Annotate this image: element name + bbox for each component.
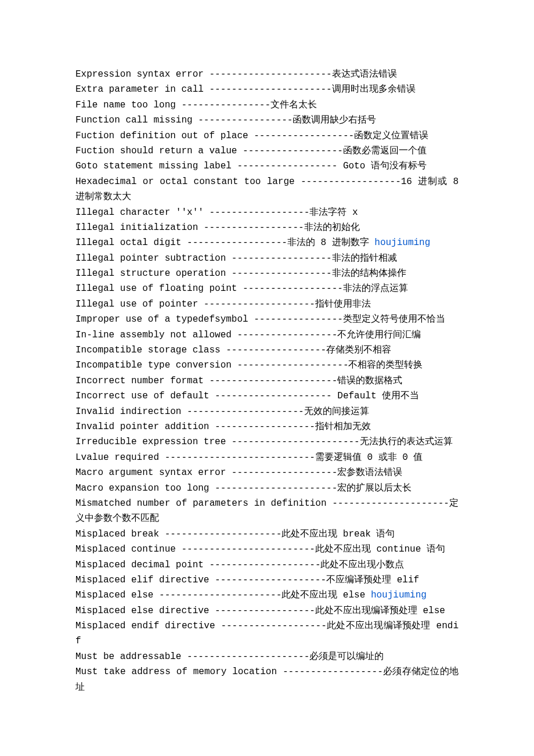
error-chinese: 此处不应出现 else bbox=[282, 590, 371, 600]
separator-dashes: ---------------------- bbox=[209, 483, 337, 494]
error-line: Improper use of a typedefsymbol --------… bbox=[75, 312, 459, 327]
error-line: Must take address of memory location ---… bbox=[75, 664, 459, 695]
error-english: Illegal initialization bbox=[75, 222, 198, 233]
separator-dashes: ------------------ bbox=[248, 131, 354, 141]
error-english: Extra parameter in call bbox=[75, 84, 204, 95]
separator-dashes: --------------------------- bbox=[159, 452, 315, 463]
error-line: Goto statement missing label -----------… bbox=[75, 159, 459, 174]
separator-dashes: ---------------- bbox=[176, 100, 270, 110]
error-english: Macro expansion too long bbox=[75, 483, 209, 494]
error-english: In-line assembly not allowed bbox=[75, 330, 232, 340]
separator-dashes: ------------------ bbox=[226, 253, 331, 264]
error-line: Expression syntax error ----------------… bbox=[75, 67, 459, 82]
error-english: Illegal use of floating point bbox=[75, 283, 237, 294]
text-content: Expression syntax error ----------------… bbox=[75, 67, 459, 695]
error-line: Macro expansion too long ---------------… bbox=[75, 481, 459, 496]
error-chinese: 非法的初始化 bbox=[304, 222, 360, 233]
error-line: Misplaced break ---------------------此处不… bbox=[75, 527, 459, 542]
separator-dashes: ------------------- bbox=[215, 621, 327, 631]
error-chinese: 非法的指针相减 bbox=[332, 253, 397, 264]
error-english: Incorrect use of default bbox=[75, 391, 209, 401]
error-english: Macro argument syntax error bbox=[75, 467, 226, 478]
error-chinese: Goto 语句没有标号 bbox=[343, 161, 427, 171]
separator-dashes: ----------------------- bbox=[204, 376, 337, 386]
error-english: Function call missing bbox=[75, 115, 193, 125]
separator-dashes: ----------------------- bbox=[226, 437, 359, 447]
error-english: Hexadecimal or octal constant too large bbox=[75, 177, 295, 187]
separator-dashes: ------------------------ bbox=[176, 544, 315, 555]
error-english: Illegal pointer subtraction bbox=[75, 253, 226, 264]
error-line: Fuction definition out of place --------… bbox=[75, 128, 459, 143]
error-english: Illegal octal digit bbox=[75, 237, 181, 248]
error-english: Must be addressable bbox=[75, 651, 181, 662]
error-line: Invalid indirection --------------------… bbox=[75, 404, 459, 419]
error-english: Misplaced continue bbox=[75, 544, 176, 555]
error-line: Macro argument syntax error ------------… bbox=[75, 465, 459, 480]
error-chinese: 非法字符 x bbox=[309, 207, 358, 218]
error-chinese: 类型定义符号使用不恰当 bbox=[343, 314, 445, 325]
error-line: File name too long ----------------文件名太长 bbox=[75, 98, 459, 113]
error-line: Lvalue required ------------------------… bbox=[75, 450, 459, 465]
separator-dashes: ------------------ bbox=[181, 237, 287, 248]
error-line: Illegal use of floating point ----------… bbox=[75, 281, 459, 296]
error-english: Incompatible type conversion bbox=[75, 360, 232, 370]
error-english: Illegal structure operation bbox=[75, 268, 226, 279]
separator-dashes: --------------------- bbox=[209, 391, 337, 401]
error-line: Misplaced decimal point ----------------… bbox=[75, 557, 459, 573]
error-line: Misplaced endif directive --------------… bbox=[75, 618, 459, 649]
error-line: Illegal use of pointer -----------------… bbox=[75, 297, 459, 312]
error-english: Irreducible expression tree bbox=[75, 437, 226, 447]
separator-dashes: -------------------- bbox=[198, 299, 315, 309]
separator-dashes: --------------------- bbox=[181, 406, 304, 417]
separator-dashes: ---------------------- bbox=[181, 651, 309, 662]
error-line: Illegal octal digit ------------------非法… bbox=[75, 235, 459, 250]
error-english: Illegal character ''x'' bbox=[75, 207, 204, 218]
error-english: Incompatible storage class bbox=[75, 345, 221, 355]
error-line: Misplaced else ----------------------此处不… bbox=[75, 588, 459, 603]
error-chinese: 无法执行的表达式运算 bbox=[360, 437, 453, 447]
error-chinese: 宏的扩展以后太长 bbox=[337, 483, 412, 494]
separator-dashes: ---------------------- bbox=[204, 69, 332, 80]
separator-dashes: ------------------ bbox=[198, 222, 304, 233]
error-line: Irreducible expression tree ------------… bbox=[75, 434, 459, 449]
error-line: Incorrect number format ----------------… bbox=[75, 373, 459, 388]
error-english: Misplaced else directive bbox=[75, 606, 209, 616]
error-line: Incorrect use of default ---------------… bbox=[75, 388, 459, 404]
error-line: Extra parameter in call ----------------… bbox=[75, 82, 459, 97]
separator-dashes: ------------------ bbox=[209, 422, 315, 432]
error-chinese: Default 使用不当 bbox=[337, 391, 419, 401]
error-line: In-line assembly not allowed -----------… bbox=[75, 327, 459, 343]
error-line: Misplaced elif directive ---------------… bbox=[75, 573, 459, 588]
error-english: Misplaced else bbox=[75, 590, 153, 600]
separator-dashes: ------------------- bbox=[226, 467, 337, 478]
separator-dashes: ----------------- bbox=[193, 115, 293, 125]
annotation-text: houjiuming bbox=[374, 237, 430, 248]
error-english: Goto statement missing label bbox=[75, 161, 232, 171]
error-english: Illegal use of pointer bbox=[75, 299, 198, 309]
error-english: Expression syntax error bbox=[75, 69, 204, 80]
separator-dashes: ------------------ bbox=[277, 667, 383, 677]
error-line: Misplaced else directive ---------------… bbox=[75, 603, 459, 618]
error-chinese: 非法的 8 进制数字 bbox=[287, 237, 374, 248]
error-line: Illegal structure operation ------------… bbox=[75, 266, 459, 281]
document-page: Expression syntax error ----------------… bbox=[0, 0, 534, 756]
separator-dashes: ------------------ bbox=[232, 161, 343, 171]
error-chinese: 非法的结构体操作 bbox=[332, 268, 406, 279]
separator-dashes: ------------------ bbox=[204, 207, 309, 218]
error-line: Misplaced continue ---------------------… bbox=[75, 542, 459, 557]
error-chinese: 此处不应出现小数点 bbox=[320, 560, 404, 570]
separator-dashes: --------------------- bbox=[327, 498, 449, 509]
error-chinese: 无效的间接运算 bbox=[304, 406, 369, 417]
error-chinese: 函数定义位置错误 bbox=[354, 131, 428, 141]
separator-dashes: ------------------ bbox=[226, 268, 331, 279]
error-chinese: 此处不应出现 break 语句 bbox=[282, 529, 395, 539]
separator-dashes: ------------------ bbox=[295, 177, 401, 187]
error-chinese: 此处不应出现 continue 语句 bbox=[315, 544, 445, 555]
separator-dashes: ---------------------- bbox=[204, 84, 332, 95]
separator-dashes: ---------------- bbox=[248, 314, 343, 325]
error-chinese: 此处不应出现编译预处理 else bbox=[315, 606, 445, 616]
error-chinese: 指针使用非法 bbox=[315, 299, 371, 309]
error-line: Invalid pointer addition ---------------… bbox=[75, 419, 459, 434]
error-chinese: 需要逻辑值 0 或非 0 值 bbox=[315, 452, 423, 463]
error-line: Must be addressable --------------------… bbox=[75, 649, 459, 664]
